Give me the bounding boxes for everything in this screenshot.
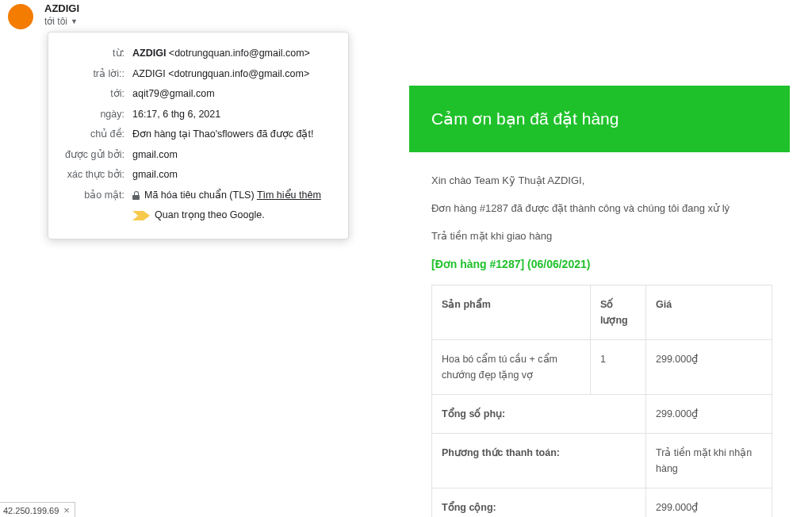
details-row-subject: chủ đề: Đơn hàng tại Thao'sflowers đã đư… (56, 124, 334, 145)
details-label-to: tới: (56, 87, 132, 101)
details-label-signedby: xác thực bởi: (56, 168, 132, 182)
details-value-security: Mã hóa tiêu chuẩn (TLS) Tìm hiểu thêm (132, 189, 321, 203)
details-row-to: tới: aqit79@gmail.com (56, 84, 334, 105)
email-banner: Cảm ơn bạn đã đặt hàng (409, 86, 790, 152)
sender-meta: AZDIGI tới tôi ▼ (44, 2, 79, 27)
svg-marker-0 (132, 211, 150, 220)
details-value-replyto: AZDIGI <dotrungquan.info@gmail.com> (132, 67, 309, 82)
details-value-date: 16:17, 6 thg 6, 2021 (132, 108, 220, 122)
details-value-importance: Quan trọng theo Google. (132, 209, 265, 223)
from-addr: <dotrungquan.info@gmail.com> (166, 48, 310, 59)
cell-price: 299.000₫ (646, 339, 772, 394)
details-value-mailedby: gmail.com (132, 148, 178, 163)
details-label-mailedby: được gửi bởi: (56, 148, 132, 163)
table-row: Tổng cộng: 299.000₫ (432, 488, 772, 517)
importance-text: Quan trọng theo Google. (155, 209, 265, 220)
details-label-replyto: trả lời:: (56, 67, 132, 82)
sender-row: AZDIGI tới tôi ▼ (8, 2, 79, 29)
security-learn-more-link[interactable]: Tìm hiểu thêm (257, 190, 321, 201)
details-row-signedby: xác thực bởi: gmail.com (56, 165, 334, 186)
message-details-card: từ: AZDIGI <dotrungquan.info@gmail.com> … (48, 32, 349, 239)
details-value-from: AZDIGI <dotrungquan.info@gmail.com> (132, 47, 310, 61)
order-title: [Đơn hàng #1287] (06/06/2021) (431, 255, 790, 273)
table-row: Phương thức thanh toán: Trả tiền mặt khi… (432, 433, 772, 488)
table-row: Tổng số phụ: 299.000₫ (432, 394, 772, 433)
email-greeting: Xin chào Team Kỹ Thuật AZDIGI, (431, 173, 790, 190)
table-row: Hoa bó cẩm tú cầu + cẩm chướng đẹp tặng … (432, 339, 772, 394)
email-content: Xin chào Team Kỹ Thuật AZDIGI, Đơn hàng … (409, 152, 790, 517)
cell-product: Hoa bó cẩm tú cầu + cẩm chướng đẹp tặng … (432, 339, 591, 394)
lock-icon (132, 191, 140, 200)
recipient-line-text: tới tôi (44, 16, 67, 27)
details-value-to: aqit79@gmail.com (132, 87, 215, 101)
details-row-importance: Quan trọng theo Google. (56, 205, 334, 226)
details-label-security: bảo mật: (56, 189, 132, 203)
importance-marker-icon (132, 209, 150, 223)
cell-total-label: Tổng cộng: (432, 488, 646, 517)
table-header-row: Sản phẩm Số lượng Giá (432, 285, 772, 339)
details-value-subject: Đơn hàng tại Thao'sflowers đã được đặt! (132, 128, 313, 142)
details-label-blank (56, 209, 132, 223)
avatar[interactable] (8, 4, 33, 29)
email-body-panel: Cảm ơn bạn đã đặt hàng Xin chào Team Kỹ … (409, 0, 806, 517)
cell-subtotal-value: 299.000₫ (646, 394, 772, 433)
from-name: AZDIGI (132, 48, 166, 59)
th-qty: Số lượng (591, 285, 646, 339)
details-row-mailedby: được gửi bởi: gmail.com (56, 145, 334, 166)
email-line-3: Trả tiền mặt khi giao hàng (431, 228, 790, 245)
order-table: Sản phẩm Số lượng Giá Hoa bó cẩm tú cầu … (431, 285, 772, 517)
cell-total-value: 299.000₫ (646, 488, 772, 517)
security-text: Mã hóa tiêu chuẩn (TLS) (144, 190, 257, 201)
details-label-date: ngày: (56, 108, 132, 122)
details-label-from: từ: (56, 47, 132, 61)
email-line-2: Đơn hàng #1287 đã được đặt thành công và… (431, 201, 790, 217)
details-row-from: từ: AZDIGI <dotrungquan.info@gmail.com> (56, 44, 334, 64)
cell-payment-label: Phương thức thanh toán: (432, 433, 646, 488)
cell-payment-value: Trả tiền mặt khi nhận hàng (646, 433, 772, 488)
recipient-dropdown[interactable]: tới tôi ▼ (44, 16, 79, 27)
details-row-security: bảo mật: Mã hóa tiêu chuẩn (TLS) Tìm hiể… (56, 186, 334, 206)
details-label-subject: chủ đề: (56, 128, 132, 142)
ip-overlay: 42.250.199.69 × (0, 502, 75, 517)
details-row-replyto: trả lời:: AZDIGI <dotrungquan.info@gmail… (56, 64, 334, 85)
close-icon[interactable]: × (63, 505, 70, 515)
cell-qty: 1 (591, 339, 646, 394)
ip-address-text: 42.250.199.69 (3, 506, 59, 515)
sender-name: AZDIGI (44, 2, 79, 14)
chevron-down-icon: ▼ (71, 17, 78, 25)
details-row-date: ngày: 16:17, 6 thg 6, 2021 (56, 105, 334, 125)
th-price: Giá (646, 285, 772, 339)
details-value-signedby: gmail.com (132, 168, 178, 182)
cell-subtotal-label: Tổng số phụ: (432, 394, 646, 433)
th-product: Sản phẩm (432, 285, 591, 339)
